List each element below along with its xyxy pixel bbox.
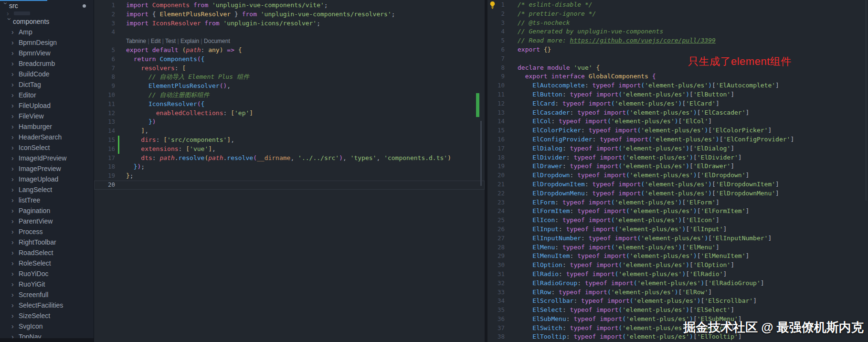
sidebar-accent-line bbox=[0, 0, 47, 1]
explorer-item-ruoyigit[interactable]: ›RuoYiGit bbox=[0, 279, 94, 289]
explorer-item-buildcode[interactable]: ›BuildCode bbox=[0, 69, 94, 79]
line-number: 27 bbox=[487, 234, 505, 243]
explorer-item-imageidpreview[interactable]: ›ImageIdPreview bbox=[0, 153, 94, 163]
explorer-item-editor[interactable]: ›Editor bbox=[0, 90, 94, 100]
line-number: 18 bbox=[94, 162, 115, 171]
codelens-explain[interactable]: Explain bbox=[180, 38, 199, 44]
chevron-right-icon: › bbox=[11, 312, 19, 319]
explorer-item-listtree[interactable]: ›listTree bbox=[0, 195, 94, 205]
explorer-item-label: Editor bbox=[19, 91, 36, 99]
explorer-item-hamburger[interactable]: ›Hamburger bbox=[0, 121, 94, 132]
explorer-item-label: BpmnDesign bbox=[19, 39, 57, 46]
explorer-item-screenfull[interactable]: ›Screenfull bbox=[0, 289, 94, 300]
code-line-5: 5export default (path: any) => { bbox=[94, 46, 485, 55]
explorer-item-fileupload[interactable]: ›FileUpload bbox=[0, 100, 94, 111]
explorer-item-roleselect[interactable]: ›RoleSelect bbox=[0, 258, 94, 268]
code-line-16: 16 extensions: ['vue'], bbox=[94, 145, 485, 154]
explorer-item-parentview[interactable]: ›ParentView bbox=[0, 216, 94, 226]
codelens-tabnine[interactable]: Tabnine bbox=[126, 38, 146, 44]
explorer-item-process[interactable]: ›Process bbox=[0, 226, 94, 237]
explorer-item-roadselect[interactable]: ›RoadSelect bbox=[0, 247, 94, 258]
codelens-test[interactable]: Test bbox=[165, 38, 176, 44]
explorer-item-bpmnview[interactable]: ›BpmnView bbox=[0, 48, 94, 58]
annotation-text: 只生成了element组件 bbox=[688, 54, 792, 69]
code-line-25: 25 ElIcon: typeof import('element-plus/e… bbox=[487, 216, 868, 225]
explorer-item-label: Hamburger bbox=[19, 123, 52, 130]
explorer-item-label: ParentView bbox=[19, 217, 53, 225]
codelens-separator: | bbox=[146, 38, 151, 44]
explorer-item-iconselect[interactable]: ›IconSelect bbox=[0, 142, 94, 153]
chevron-right-icon: › bbox=[11, 155, 19, 161]
code-line-35: 35 ElSelect: typeof import('element-plus… bbox=[487, 306, 868, 315]
explorer-item-fileview[interactable]: ›FileView bbox=[0, 111, 94, 121]
line-number: 8 bbox=[94, 73, 115, 82]
line-number: 1 bbox=[487, 0, 505, 10]
explorer-item-pagination[interactable]: ›Pagination bbox=[0, 205, 94, 216]
explorer-folder-components[interactable]: › components bbox=[0, 16, 94, 27]
code-line-34: 34 ElScrollbar: typeof import('element-p… bbox=[487, 297, 868, 306]
line-number: 35 bbox=[487, 306, 505, 315]
codelens-separator: | bbox=[161, 38, 166, 44]
explorer-tree: ›Amp›BpmnDesign›BpmnView›Breadcrumb›Buil… bbox=[0, 27, 94, 342]
line-number: 15 bbox=[94, 136, 115, 145]
line-number: 6 bbox=[487, 45, 505, 54]
codelens-edit[interactable]: Edit bbox=[151, 38, 161, 44]
line-number: 9 bbox=[487, 72, 505, 81]
explorer-item-selectfacilities[interactable]: ›SelectFacilities bbox=[0, 300, 94, 310]
code-line-24: 24 ElFormItem: typeof import('element-pl… bbox=[487, 207, 868, 216]
explorer-item-sizeselect[interactable]: ›SizeSelect bbox=[0, 310, 94, 321]
code-line-11: 11 IconsResolver({ bbox=[94, 100, 485, 109]
explorer-item-headersearch[interactable]: ›HeaderSearch bbox=[0, 132, 94, 142]
explorer-item-label: RoadSelect bbox=[19, 249, 53, 256]
code-line-7: 7 bbox=[487, 54, 868, 64]
chevron-right-icon: › bbox=[11, 302, 19, 309]
explorer-item-faded[interactable]: › bbox=[0, 11, 94, 16]
left-editor-pane[interactable]: 1import Components from 'unplugin-vue-co… bbox=[94, 0, 485, 342]
left-scrollbar-thumb[interactable] bbox=[480, 121, 482, 186]
codelens-separator: | bbox=[176, 38, 180, 44]
explorer-item-bpmndesign[interactable]: ›BpmnDesign bbox=[0, 37, 94, 48]
code-line-9: 9 ElementPlusResolver(), bbox=[94, 82, 485, 91]
chevron-right-icon: › bbox=[11, 29, 19, 35]
explorer-item-imagepreview[interactable]: ›ImagePreview bbox=[0, 163, 94, 174]
explorer-item-langselect[interactable]: ›LangSelect bbox=[0, 184, 94, 195]
line-number: 11 bbox=[94, 100, 115, 109]
code-line-2: 2/* prettier-ignore */ bbox=[487, 10, 868, 19]
line-number: 31 bbox=[487, 270, 505, 279]
code-line-33: 33 ElRow: typeof import('element-plus/es… bbox=[487, 288, 868, 297]
explorer-item-ruoyidoc[interactable]: ›RuoYiDoc bbox=[0, 268, 94, 279]
line-number: 8 bbox=[487, 64, 505, 73]
explorer-item-dicttag[interactable]: ›DictTag bbox=[0, 79, 94, 90]
chevron-right-icon: › bbox=[11, 186, 19, 193]
explorer-item-righttoolbar[interactable]: ›RightToolbar bbox=[0, 237, 94, 247]
codelens-document[interactable]: Document bbox=[204, 38, 230, 44]
explorer-item-label: SizeSelect bbox=[19, 312, 50, 320]
explorer-item-svgicon[interactable]: ›SvgIcon bbox=[0, 321, 94, 331]
faded-item-placeholder bbox=[14, 11, 30, 15]
code-line-14: 14 ], bbox=[94, 127, 485, 136]
explorer-item-breadcrumb[interactable]: ›Breadcrumb bbox=[0, 58, 94, 69]
code-line-17: 17 dts: path.resolve(path.resolve(__dirn… bbox=[94, 154, 485, 163]
right-scrollbar-thumb[interactable] bbox=[865, 0, 867, 201]
chevron-down-icon: › bbox=[2, 2, 9, 10]
chevron-right-icon: › bbox=[11, 291, 19, 298]
explorer-root-src[interactable]: › src bbox=[0, 1, 94, 11]
line-number: 37 bbox=[487, 324, 505, 333]
chevron-right-icon: › bbox=[11, 197, 19, 203]
code-line-14: 14 ElCol: typeof import('element-plus/es… bbox=[487, 117, 868, 126]
explorer-item-amp[interactable]: ›Amp bbox=[0, 27, 94, 37]
code-line-8: 8declare module 'vue' { bbox=[487, 64, 868, 73]
explorer-item-label: RoleSelect bbox=[19, 259, 51, 267]
line-number: 9 bbox=[94, 82, 115, 91]
chevron-right-icon: › bbox=[11, 92, 19, 98]
line-number: 30 bbox=[487, 261, 505, 270]
line-number: 16 bbox=[94, 145, 115, 154]
explorer-item-label: HeaderSearch bbox=[19, 133, 62, 141]
explorer-item-label: BpmnView bbox=[19, 49, 51, 57]
code-line-21: 21 ElDropdownItem: typeof import('elemen… bbox=[487, 180, 868, 189]
line-number: 17 bbox=[487, 144, 505, 153]
right-editor-pane[interactable]: 1/* eslint-disable */2/* prettier-ignore… bbox=[487, 0, 868, 342]
explorer-item-imageupload[interactable]: ›ImageUpload bbox=[0, 174, 94, 184]
line-number: 34 bbox=[487, 297, 505, 306]
explorer-item-label: ImagePreview bbox=[19, 165, 61, 172]
